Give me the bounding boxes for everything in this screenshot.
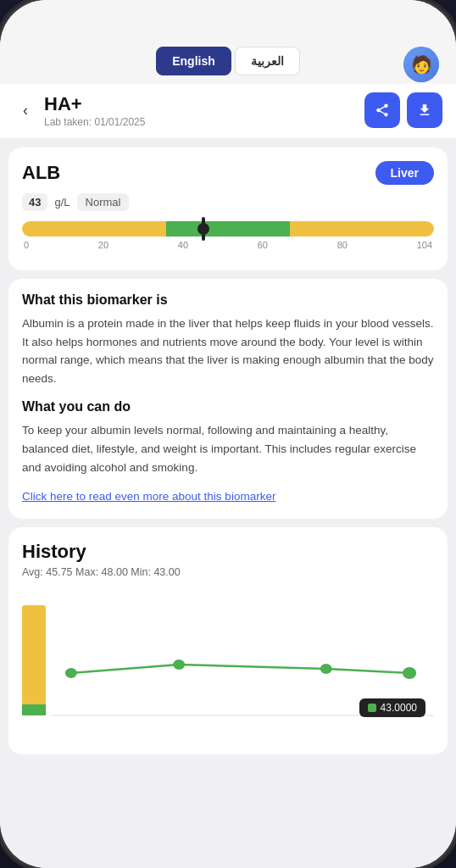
english-button[interactable]: English xyxy=(156,47,231,75)
range-label-40: 40 xyxy=(178,240,188,250)
biomarker-name: ALB xyxy=(22,162,60,184)
header-left: ‹ HA+ Lab taken: 01/01/2025 xyxy=(14,93,145,128)
range-indicator xyxy=(202,217,205,241)
svg-point-2 xyxy=(173,659,185,670)
header-actions xyxy=(364,92,442,128)
chart-svg xyxy=(22,588,434,741)
alb-card: ALB Liver 43 g/L Normal 0 20 40 xyxy=(8,147,448,270)
range-label-60: 60 xyxy=(258,240,268,250)
chart-tooltip: 43.0000 xyxy=(359,698,425,717)
alb-header: ALB Liver xyxy=(22,161,434,185)
avatar-icon: 🧑 xyxy=(403,47,439,82)
range-label-20: 20 xyxy=(98,240,108,250)
status-badge: Normal xyxy=(77,193,130,211)
page-title: HA+ xyxy=(44,93,145,115)
svg-point-4 xyxy=(403,667,416,679)
biomarker-unit: g/L xyxy=(54,196,70,209)
value-row: 43 g/L Normal xyxy=(22,193,434,211)
download-icon xyxy=(417,103,432,118)
history-title: History xyxy=(22,541,434,563)
phone-screen: English العربية 🧑 ‹ HA+ Lab taken: 01/01… xyxy=(0,0,456,868)
info-body-1: Albumin is a protein made in the liver t… xyxy=(22,314,434,387)
scroll-content: ALB Liver 43 g/L Normal 0 20 40 xyxy=(0,139,456,868)
range-labels: 0 20 40 60 80 104 xyxy=(22,240,434,250)
range-label-104: 104 xyxy=(417,240,432,250)
category-badge[interactable]: Liver xyxy=(375,161,434,185)
phone-frame: English العربية 🧑 ‹ HA+ Lab taken: 01/01… xyxy=(0,0,456,868)
read-more-link[interactable]: Click here to read even more about this … xyxy=(22,490,275,503)
user-avatar[interactable]: 🧑 xyxy=(403,47,439,82)
history-stats: Avg: 45.75 Max: 48.00 Min: 43.00 xyxy=(22,566,434,578)
svg-point-1 xyxy=(65,668,77,678)
svg-point-3 xyxy=(320,664,332,674)
info-body-2: To keep your albumin levels normal, foll… xyxy=(22,421,434,476)
info-card: What this biomarker is Albumin is a prot… xyxy=(8,279,448,519)
tooltip-value: 43.0000 xyxy=(381,702,417,714)
share-button[interactable] xyxy=(364,92,400,128)
range-label-0: 0 xyxy=(24,240,29,250)
info-heading-2: What you can do xyxy=(22,399,434,415)
header-title-group: HA+ Lab taken: 01/01/2025 xyxy=(44,93,145,128)
back-button[interactable]: ‹ xyxy=(14,98,37,122)
history-card: History Avg: 45.75 Max: 48.00 Min: 43.00 xyxy=(8,527,448,754)
language-switcher: English العربية xyxy=(156,47,300,75)
arabic-button[interactable]: العربية xyxy=(235,47,300,75)
lab-date: Lab taken: 01/01/2025 xyxy=(44,116,145,128)
chart-area: 43.0000 xyxy=(22,588,434,741)
download-button[interactable] xyxy=(407,92,442,128)
range-label-80: 80 xyxy=(337,240,348,250)
tooltip-dot xyxy=(368,704,376,712)
range-container: 0 20 40 60 80 104 xyxy=(22,221,434,250)
info-heading-1: What this biomarker is xyxy=(22,292,434,308)
range-bar xyxy=(22,221,434,236)
top-bar: English العربية 🧑 xyxy=(0,0,456,84)
biomarker-value: 43 xyxy=(22,193,47,211)
share-icon xyxy=(375,103,390,118)
page-header: ‹ HA+ Lab taken: 01/01/2025 xyxy=(0,84,456,139)
